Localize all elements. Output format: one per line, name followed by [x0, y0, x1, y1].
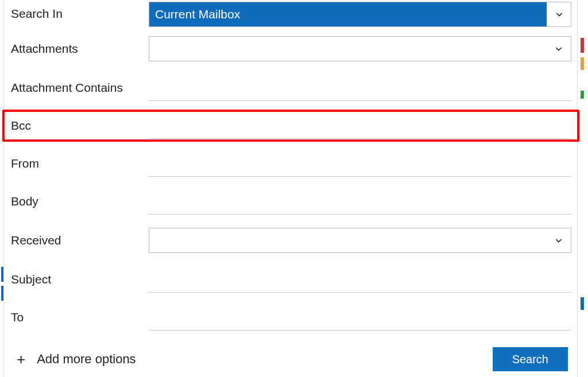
- side-mark: [581, 38, 584, 53]
- label-bcc: Bcc: [11, 119, 149, 133]
- dropdown-search-in-value: Current Mailbox: [149, 2, 547, 26]
- search-button[interactable]: Search: [493, 347, 568, 371]
- row-from: From: [4, 145, 577, 182]
- dropdown-received-value: [149, 228, 547, 252]
- label-attachments: Attachments: [11, 42, 149, 56]
- row-subject: Subject: [4, 261, 577, 298]
- chevron-down-icon: [547, 228, 571, 252]
- side-mark: [581, 297, 584, 310]
- input-to[interactable]: [149, 314, 571, 331]
- plus-icon: +: [17, 352, 25, 367]
- input-subject[interactable]: [149, 277, 571, 293]
- dropdown-attachments[interactable]: [149, 36, 571, 61]
- side-mark: [581, 57, 584, 70]
- add-more-label: Add more options: [37, 352, 136, 367]
- row-body: Body: [4, 182, 577, 220]
- label-subject: Subject: [11, 273, 149, 286]
- dropdown-search-in[interactable]: Current Mailbox: [149, 2, 571, 27]
- input-bcc[interactable]: [149, 123, 571, 139]
- label-to: To: [11, 310, 149, 324]
- side-mark: [1, 267, 3, 282]
- row-bcc: Bcc: [4, 107, 577, 145]
- footer: + Add more options Search: [4, 347, 577, 371]
- side-mark: [1, 286, 3, 301]
- input-attachment-contains[interactable]: [149, 85, 571, 101]
- advanced-search-panel: Search In Current Mailbox Attachments: [3, 0, 578, 377]
- label-received: Received: [11, 234, 149, 247]
- chevron-down-icon: [547, 37, 571, 61]
- row-received: Received: [4, 220, 577, 261]
- dropdown-attachments-value: [149, 37, 547, 61]
- label-from: From: [11, 157, 149, 170]
- side-mark: [581, 91, 584, 99]
- chevron-down-icon: [547, 2, 571, 26]
- input-body[interactable]: [149, 199, 571, 215]
- input-from[interactable]: [149, 161, 571, 177]
- row-search-in: Search In Current Mailbox: [4, 0, 577, 29]
- row-to: To: [4, 298, 577, 336]
- add-more-options[interactable]: + Add more options: [17, 352, 136, 367]
- label-search-in: Search In: [11, 0, 149, 21]
- row-attachments: Attachments: [4, 29, 577, 69]
- row-attachment-contains: Attachment Contains: [4, 69, 577, 107]
- dropdown-received[interactable]: [149, 228, 571, 253]
- label-attachment-contains: Attachment Contains: [11, 81, 149, 95]
- label-body: Body: [11, 195, 149, 208]
